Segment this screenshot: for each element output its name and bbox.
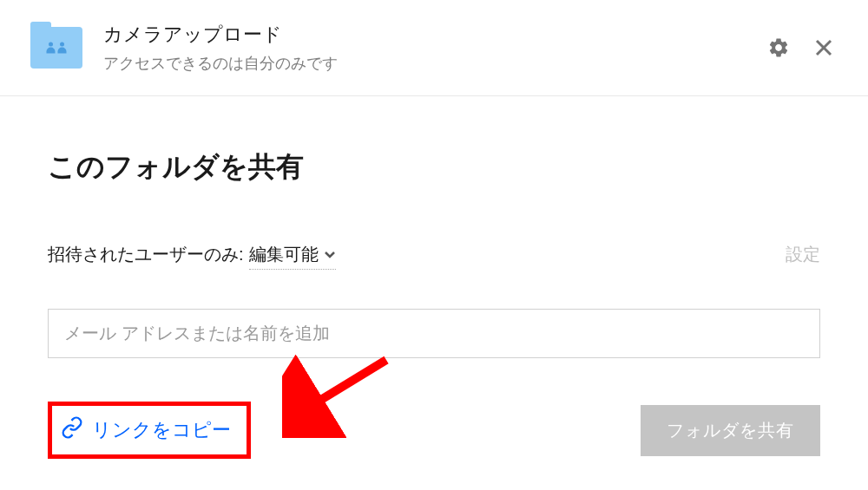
permission-dropdown[interactable]: 編集可能 — [249, 243, 336, 270]
header-actions — [765, 34, 838, 62]
settings-link[interactable]: 設定 — [786, 243, 820, 266]
permission-row: 招待されたユーザーのみ: 編集可能 設定 — [48, 243, 820, 270]
permission-control: 招待されたユーザーのみ: 編集可能 — [48, 243, 336, 270]
folder-shared-icon — [30, 27, 82, 69]
dialog-content: このフォルダを共有 招待されたユーザーのみ: 編集可能 設定 — [0, 96, 868, 490]
copy-link-button[interactable]: リンクをコピー — [52, 406, 247, 454]
share-folder-button[interactable]: フォルダを共有 — [641, 405, 820, 456]
email-input[interactable] — [48, 309, 820, 358]
copy-link-highlight-box: リンクをコピー — [48, 402, 251, 459]
chevron-down-icon — [324, 248, 336, 262]
close-icon[interactable] — [810, 34, 838, 62]
link-icon — [61, 416, 83, 444]
access-status-text: アクセスできるのは自分のみです — [103, 53, 765, 74]
copy-link-label: リンクをコピー — [92, 417, 231, 443]
share-title: このフォルダを共有 — [48, 148, 820, 186]
action-row: リンクをコピー フォルダを共有 — [48, 402, 820, 459]
title-area: カメラアップロード アクセスできるのは自分のみです — [103, 22, 765, 74]
permission-label: 招待されたユーザーのみ: — [48, 243, 244, 266]
dialog-header: カメラアップロード アクセスできるのは自分のみです — [0, 0, 868, 96]
settings-gear-icon[interactable] — [765, 34, 792, 62]
permission-value: 編集可能 — [249, 243, 319, 266]
folder-title: カメラアップロード — [103, 22, 765, 48]
